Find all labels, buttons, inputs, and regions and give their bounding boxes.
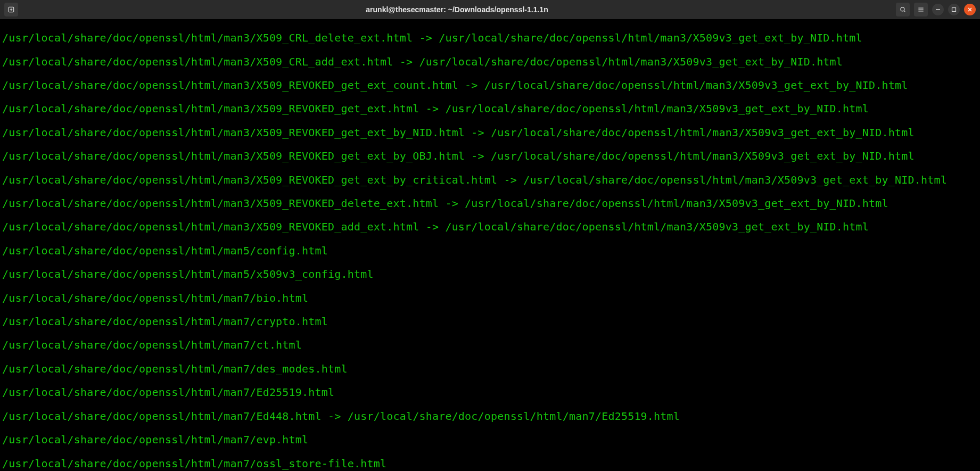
terminal-line: /usr/local/share/doc/openssl/html/man3/X… [2,79,978,91]
terminal-output[interactable]: /usr/local/share/doc/openssl/html/man3/X… [0,19,980,471]
terminal-line: /usr/local/share/doc/openssl/html/man3/X… [2,174,978,186]
terminal-line: /usr/local/share/doc/openssl/html/man7/o… [2,458,978,469]
terminal-line: /usr/local/share/doc/openssl/html/man7/E… [2,386,978,398]
terminal-line: /usr/local/share/doc/openssl/html/man3/X… [2,221,978,233]
terminal-line: /usr/local/share/doc/openssl/html/man7/c… [2,316,978,327]
terminal-line: /usr/local/share/doc/openssl/html/man3/X… [2,56,978,68]
terminal-line: /usr/local/share/doc/openssl/html/man3/X… [2,103,978,114]
terminal-line: /usr/local/share/doc/openssl/html/man3/X… [2,197,978,209]
hamburger-menu-icon[interactable] [914,3,928,16]
terminal-line: /usr/local/share/doc/openssl/html/man5/c… [2,245,978,257]
window-minimize-icon[interactable] [932,4,944,15]
terminal-line: /usr/local/share/doc/openssl/html/man7/E… [2,410,978,422]
window-title: arunkl@thesecmaster: ~/Downloads/openssl… [18,5,896,14]
svg-rect-2 [952,8,956,12]
new-tab-icon[interactable] [4,3,18,16]
window-maximize-icon[interactable] [948,4,960,15]
window-titlebar: arunkl@thesecmaster: ~/Downloads/openssl… [0,0,980,19]
window-close-icon[interactable] [964,4,976,15]
terminal-line: /usr/local/share/doc/openssl/html/man7/e… [2,434,978,445]
terminal-line: /usr/local/share/doc/openssl/html/man7/b… [2,292,978,304]
terminal-line: /usr/local/share/doc/openssl/html/man7/d… [2,363,978,375]
terminal-line: /usr/local/share/doc/openssl/html/man3/X… [2,127,978,138]
terminal-line: /usr/local/share/doc/openssl/html/man3/X… [2,32,978,44]
terminal-line: /usr/local/share/doc/openssl/html/man5/x… [2,268,978,280]
terminal-line: /usr/local/share/doc/openssl/html/man7/c… [2,339,978,351]
terminal-line: /usr/local/share/doc/openssl/html/man3/X… [2,150,978,162]
search-icon[interactable] [896,3,910,16]
svg-point-1 [901,7,904,11]
